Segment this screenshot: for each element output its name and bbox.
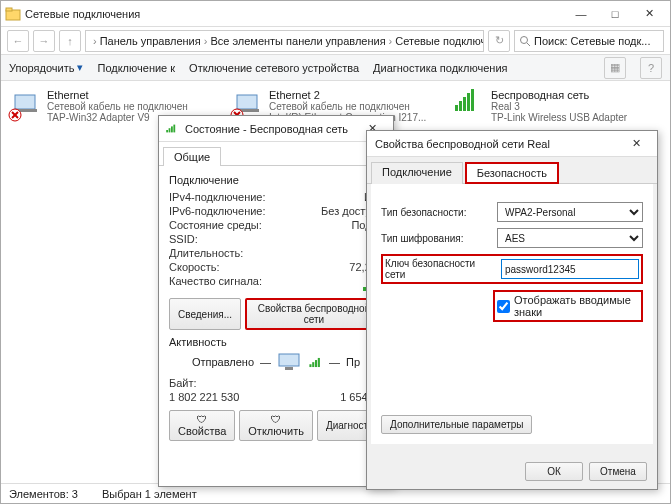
- status-tabs: Общие: [159, 142, 393, 166]
- search-icon: [519, 35, 531, 47]
- back-button[interactable]: ←: [7, 30, 29, 52]
- tab-security[interactable]: Безопасность: [465, 162, 559, 184]
- selection-count: Выбран 1 элемент: [102, 488, 197, 500]
- explorer-titlebar: Сетевые подключения — □ ✕: [1, 1, 670, 27]
- encryption-select[interactable]: AES: [497, 228, 643, 248]
- status-titlebar: Состояние - Беспроводная сеть ✕: [159, 116, 393, 142]
- connection-wifi[interactable]: Беспроводная сеть Real 3 TP-Link Wireles…: [455, 89, 655, 123]
- props-tabs: Подключение Безопасность: [367, 157, 657, 184]
- activity-sep: —: [329, 356, 340, 368]
- disable-button[interactable]: 🛡 Отключить: [239, 410, 313, 441]
- group-connection: Подключение: [169, 174, 383, 186]
- details-button[interactable]: Сведения...: [169, 298, 241, 330]
- dialog-title: Свойства беспроводной сети Real: [371, 138, 619, 150]
- show-chars-checkbox[interactable]: [497, 300, 510, 313]
- maximize-button[interactable]: □: [598, 2, 632, 26]
- cancel-button[interactable]: Отмена: [589, 462, 647, 481]
- signal-quality-label: Качество сигнала:: [169, 275, 262, 291]
- advanced-button[interactable]: Дополнительные параметры: [381, 415, 532, 434]
- address-bar: ← → ↑ › Панель управления› Все элементы …: [1, 27, 670, 55]
- security-type-select[interactable]: WPA2-Personal: [497, 202, 643, 222]
- help-button[interactable]: ?: [640, 57, 662, 79]
- svg-rect-15: [279, 354, 299, 366]
- encryption-label: Тип шифрования:: [381, 233, 491, 244]
- security-key-input[interactable]: [501, 259, 639, 279]
- view-button[interactable]: ▦: [604, 57, 626, 79]
- wifi-signal-icon: [455, 89, 475, 111]
- properties-button[interactable]: 🛡 Свойства: [169, 410, 235, 441]
- close-button[interactable]: ✕: [632, 2, 666, 26]
- command-bar: Упорядочить ▾ Подключение к Отключение с…: [1, 55, 670, 81]
- conn-status: Сетевой кабель не подключен: [47, 101, 188, 112]
- props-titlebar: Свойства беспроводной сети Real ✕: [367, 131, 657, 157]
- wifi-status-dialog: Состояние - Беспроводная сеть ✕ Общие По…: [158, 115, 394, 487]
- close-button[interactable]: ✕: [619, 132, 653, 156]
- cmd-organize[interactable]: Упорядочить ▾: [9, 61, 83, 74]
- dialog-title: Состояние - Беспроводная сеть: [181, 123, 355, 135]
- bytes-label: Байт:: [169, 377, 197, 389]
- svg-rect-10: [237, 95, 257, 109]
- bytes-sent: 1 802 221 530: [169, 391, 340, 403]
- computer-icon: [277, 352, 301, 372]
- svg-rect-1: [6, 8, 12, 11]
- search-placeholder: Поиск: Сетевые подк...: [534, 35, 650, 47]
- conn-name: Ethernet: [47, 89, 188, 101]
- forward-button[interactable]: →: [33, 30, 55, 52]
- refresh-button[interactable]: ↻: [488, 30, 510, 52]
- up-button[interactable]: ↑: [59, 30, 81, 52]
- activity-signal-icon: [309, 357, 320, 366]
- cmd-diagnose[interactable]: Диагностика подключения: [373, 62, 507, 74]
- folder-icon: [5, 6, 21, 22]
- conn-name: Ethernet 2: [269, 89, 426, 101]
- crumb[interactable]: Все элементы панели управления: [210, 35, 385, 47]
- conn-status: Real 3: [491, 101, 627, 112]
- tab-general[interactable]: Общие: [163, 147, 221, 166]
- security-key-label: Ключ безопасности сети: [385, 258, 495, 280]
- conn-status: Сетевой кабель не подключен: [269, 101, 426, 112]
- security-type-label: Тип безопасности:: [381, 207, 491, 218]
- window-title: Сетевые подключения: [21, 8, 564, 20]
- wifi-properties-dialog: Свойства беспроводной сети Real ✕ Подклю…: [366, 130, 658, 490]
- cmd-connect[interactable]: Подключение к: [97, 62, 175, 74]
- tab-connection[interactable]: Подключение: [371, 162, 463, 184]
- wireless-properties-button[interactable]: Свойства беспроводной сети: [245, 298, 383, 330]
- disconnected-icon: [8, 108, 22, 122]
- crumb[interactable]: Сетевые подключения: [395, 35, 484, 47]
- minimize-button[interactable]: —: [564, 2, 598, 26]
- conn-name: Беспроводная сеть: [491, 89, 627, 101]
- item-count: Элементов: 3: [9, 488, 78, 500]
- wifi-icon: [166, 125, 176, 133]
- activity-sep: —: [260, 356, 271, 368]
- sent-label: Отправлено: [192, 356, 254, 368]
- svg-point-3: [521, 36, 528, 43]
- conn-device: TP-Link Wireless USB Adapter: [491, 112, 627, 123]
- breadcrumb[interactable]: › Панель управления› Все элементы панели…: [85, 30, 484, 52]
- crumb[interactable]: Панель управления: [100, 35, 201, 47]
- search-box[interactable]: Поиск: Сетевые подк...: [514, 30, 664, 52]
- group-activity: Активность: [169, 336, 383, 348]
- ok-button[interactable]: ОК: [525, 462, 583, 481]
- svg-rect-16: [285, 367, 293, 370]
- show-chars-label: Отображать вводимые знаки: [514, 294, 639, 318]
- recv-label: Пр: [346, 356, 360, 368]
- svg-line-4: [527, 43, 530, 46]
- cmd-disable[interactable]: Отключение сетевого устройства: [189, 62, 359, 74]
- svg-rect-5: [15, 95, 35, 109]
